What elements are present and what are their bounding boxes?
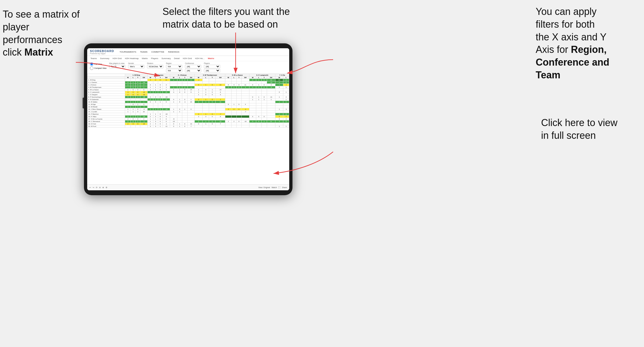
tab-matrix-active[interactable]: Matrix	[207, 57, 215, 60]
row-name-12: 12. M Riedel	[87, 106, 125, 108]
ann-rt-l2: filters for both	[536, 19, 595, 30]
nav-committee[interactable]: COMMITTEE	[151, 51, 164, 53]
filters-row: Full View Compact View Max players in vi…	[87, 61, 289, 74]
sub-header-empty	[87, 76, 125, 79]
tab-teams[interactable]: Teams	[90, 57, 97, 60]
region-label: Region	[166, 62, 182, 64]
tab-summary[interactable]: Summary	[100, 57, 110, 60]
players-select2[interactable]: (All)	[204, 69, 220, 72]
row-name-3: 3. J Koivun	[87, 84, 125, 86]
matrix-area[interactable]: 1. W Ding 2. L Clanton 3. J Koivun 4. M …	[87, 74, 289, 186]
gender-label: Gender	[128, 62, 144, 64]
max-players-select[interactable]: Top 25	[109, 65, 125, 68]
nav-teams[interactable]: TEAMS	[140, 51, 148, 53]
annotation-left: To see a matrix of player performances c…	[3, 8, 87, 59]
compact-view-option[interactable]: Compact View	[90, 66, 106, 70]
conference-select1[interactable]: (All)	[185, 65, 201, 68]
row-name-16: 16. K Vilips	[87, 115, 125, 118]
row-name-4: 4. M Thorbjornsen	[87, 86, 125, 89]
sub-h-l3: L	[177, 76, 182, 79]
share-button[interactable]: Share	[282, 187, 287, 188]
main-nav: TOURNAMENTS TEAMS COMMITTEE RANKINGS	[119, 51, 179, 53]
watch-button[interactable]: Watch	[272, 187, 277, 188]
col-group-1: 1. W Ding	[125, 74, 148, 76]
ann-rt-l6: Team	[536, 69, 560, 81]
tab-detail[interactable]: Detail	[174, 57, 180, 60]
sub-h-l6: L	[256, 76, 261, 79]
sub-h-w5: W	[225, 76, 232, 79]
full-view-option[interactable]: Full View	[90, 62, 106, 66]
filter-players: Players (All) (All)	[204, 62, 220, 72]
col-group-3: 3. J Koivun	[170, 74, 195, 76]
table-row: 8. P Summerhays 512-48 220-16 010-11 12	[87, 96, 289, 98]
filter-division: Division NCAA Division I	[147, 62, 163, 68]
sub-h-t2: T	[158, 76, 162, 79]
region-select2[interactable]: N/A	[166, 69, 182, 72]
ann-rb-l2: in full screen	[541, 130, 596, 141]
tab-h2h-grid2[interactable]: H2H Grid	[182, 57, 192, 60]
logo-area: SCOREBOARD Powered by clippd	[90, 49, 114, 54]
row-name-10: 10. B Valdes	[87, 101, 125, 103]
ann-rt-l4-bold: Region,	[571, 44, 607, 55]
row-name-9: 9. N Gabrelcik	[87, 98, 125, 101]
compact-view-radio[interactable]	[90, 66, 93, 70]
table-row: 15. P Maichon 110-19 410-7 22	[87, 113, 289, 115]
table-row: 9. N Gabrelcik 0009 0101 0101 1111 1	[87, 98, 289, 101]
players-select1[interactable]: (All)	[204, 65, 220, 68]
table-row: 13. J Skov Olesen 110-3 210-19 1010 220-…	[87, 108, 289, 111]
table-row: 1. W Ding 12011 1100 -2 01013 602	[87, 79, 289, 81]
sub-h-l1: L	[131, 76, 135, 79]
logo-text: SCOREBOARD	[90, 49, 114, 53]
nav-tournaments[interactable]: TOURNAMENTS	[119, 51, 136, 53]
row-name-15: 15. P Maichon	[87, 113, 125, 115]
table-row: 18. C Sherwood 201-1 1300 -15 01013 220-…	[87, 120, 289, 123]
table-row: 17. S De La Fuente 2002 1100 -8 02	[87, 118, 289, 120]
col-group-5: 5. M La Sasso	[225, 74, 249, 76]
matrix-table: 1. W Ding 2. L Clanton 3. J Koivun 4. M …	[87, 74, 289, 128]
ann-left-line2: player performances	[3, 21, 62, 45]
toolbar-refresh-icon[interactable]: ⟳	[96, 187, 97, 189]
sub-h-w6: W	[249, 76, 256, 79]
row-name-5: 5. M La Sasso	[87, 89, 125, 91]
full-view-radio[interactable]	[90, 62, 93, 66]
sub-h-w7: W	[275, 76, 283, 79]
tab-players[interactable]: Players	[151, 57, 159, 60]
tab-matrix[interactable]: Matrix	[141, 57, 148, 60]
toolbar-redo-icon[interactable]: ↪	[93, 187, 94, 189]
annotation-center: Select the filters you want the matrix d…	[162, 5, 292, 31]
tab-h2h-grid[interactable]: H2H Grid	[112, 57, 122, 60]
conference-select2[interactable]: (All)	[185, 69, 201, 72]
toolbar-undo-icon[interactable]: ↩	[89, 187, 91, 189]
row-name-20: 20. M Ford	[87, 125, 125, 128]
sub-h-l5: L	[232, 76, 236, 79]
filter-region: Region N/A N/A	[166, 62, 182, 72]
toolbar-zoom-in-icon[interactable]: ⊕	[102, 187, 104, 189]
sub-h-l4: L	[203, 76, 209, 79]
table-row: 16. K Vilips 210-25 2204 3308 050 01	[87, 115, 289, 118]
row-name-18: 18. C Sherwood	[87, 120, 125, 123]
sub-h-t1: T	[135, 76, 140, 79]
nav-rankings[interactable]: RANKINGS	[168, 51, 180, 53]
ann-rb-l1: Click here to view	[541, 117, 617, 128]
tab-h2h-heatmap[interactable]: H2H Heatmap	[124, 57, 139, 60]
division-select[interactable]: NCAA Division I	[147, 65, 163, 68]
sub-h-w1: W	[125, 76, 131, 79]
sub-h-l2: L	[153, 76, 158, 79]
toolbar-zoom-out-icon[interactable]: ⊖	[99, 187, 101, 189]
tab-h2h-he[interactable]: H2H He...	[194, 57, 205, 60]
filter-conference: Conference (All) (All)	[185, 62, 201, 72]
ann-left-line1: To see a matrix of	[3, 9, 80, 20]
tab-summary2[interactable]: Summary	[161, 57, 171, 60]
table-row: 6. C Lamprecht 300-16 24124 3006 1106 01	[87, 91, 289, 94]
players-label: Players	[204, 62, 220, 64]
toolbar-right: View: Original Watch ⛶ Share	[258, 187, 287, 188]
col-group-2: 2. L Clanton	[148, 74, 170, 76]
sub-h-d2: Dif	[162, 76, 170, 79]
logo-sub: Powered by clippd	[90, 53, 105, 54]
region-select[interactable]: N/A	[166, 65, 182, 68]
tablet-screen: SCOREBOARD Powered by clippd TOURNAMENTS…	[87, 48, 289, 190]
gender-select[interactable]: Men's	[128, 65, 144, 68]
toolbar-settings-icon[interactable]: ⚙	[106, 187, 107, 189]
table-row: 14. J Lundin 11010 11 -7	[87, 111, 289, 113]
fullscreen-icon[interactable]: ⛶	[278, 187, 280, 188]
